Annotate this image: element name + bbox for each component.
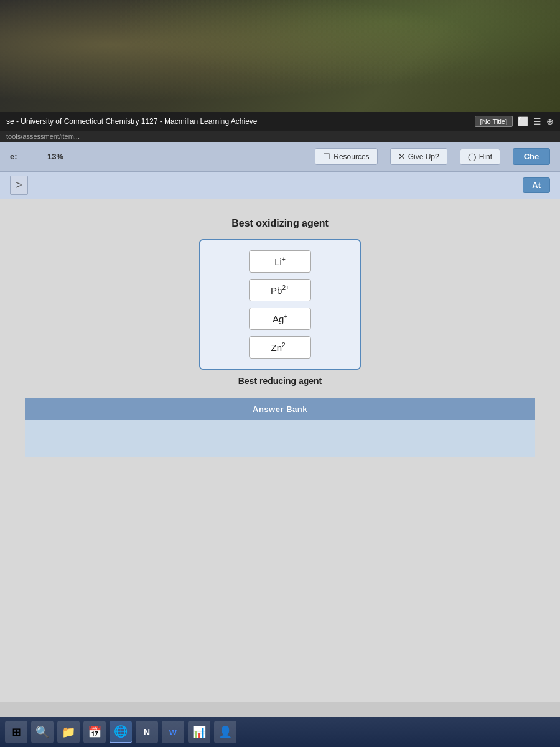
nav-arrow-left[interactable]: > [10, 176, 28, 195]
taskbar-calendar[interactable]: 📅 [83, 721, 106, 743]
primary-toolbar: e: 13% ☐ Resources ✕ Give Up? ◯ Hint Che [0, 142, 560, 172]
taskbar-files[interactable]: 📁 [57, 721, 80, 743]
bottom-question-label: Best reducing agent [238, 376, 322, 386]
tab-icon[interactable]: ⬜ [518, 116, 528, 126]
score-value: 13% [47, 152, 63, 161]
taskbar-excel[interactable]: 📊 [188, 721, 210, 743]
taskbar-word[interactable]: W [162, 721, 184, 743]
drag-container: Li+ Pb2+ Ag+ Zn2+ [199, 239, 361, 370]
top-question-label: Best oxidizing agent [231, 218, 329, 229]
give-up-icon: ✕ [398, 152, 405, 161]
attempt-button[interactable]: At [523, 177, 550, 193]
list-icon[interactable]: ☰ [533, 116, 541, 126]
option-zn[interactable]: Zn2+ [249, 336, 311, 359]
give-up-button[interactable]: ✕ Give Up? [390, 148, 447, 165]
browser-title: se - University of Connecticut Chemistry… [6, 117, 475, 126]
browser-chrome: se - University of Connecticut Chemistry… [0, 112, 560, 131]
hint-icon: ◯ [468, 153, 476, 161]
browser-controls: [No Title] ⬜ ☰ ⊕ [475, 116, 554, 127]
taskbar-start[interactable]: ⊞ [5, 721, 27, 743]
answer-bank-area[interactable] [25, 420, 535, 457]
no-title-badge: [No Title] [475, 116, 513, 127]
answer-bank-bar: Answer Bank [25, 398, 535, 420]
question-area: Best oxidizing agent Li+ Pb2+ Ag+ Zn2+ B… [0, 199, 560, 476]
taskbar-notion[interactable]: N [136, 721, 158, 743]
url-text[interactable]: tools/assessment/item... [6, 133, 554, 140]
check-button[interactable]: Che [513, 148, 550, 165]
taskbar-search[interactable]: 🔍 [31, 721, 54, 743]
taskbar-browser[interactable]: 🌐 [110, 721, 132, 743]
option-li[interactable]: Li+ [249, 250, 311, 273]
taskbar: ⊞ 🔍 📁 📅 🌐 N W 📊 👤 [0, 717, 560, 747]
secondary-toolbar: > At [0, 172, 560, 199]
resources-icon: ☐ [323, 152, 330, 161]
main-content: e: 13% ☐ Resources ✕ Give Up? ◯ Hint Che… [0, 142, 560, 702]
option-pb[interactable]: Pb2+ [249, 279, 311, 301]
score-label: e: [10, 152, 35, 161]
option-ag[interactable]: Ag+ [249, 308, 311, 330]
resources-button[interactable]: ☐ Resources [315, 148, 377, 165]
answer-bank-label: Answer Bank [253, 405, 307, 414]
url-bar-row: tools/assessment/item... [0, 131, 560, 142]
add-tab-icon[interactable]: ⊕ [546, 116, 554, 126]
taskbar-profile[interactable]: 👤 [214, 721, 236, 743]
top-photo-area [0, 0, 560, 112]
hint-button[interactable]: ◯ Hint [460, 149, 500, 165]
